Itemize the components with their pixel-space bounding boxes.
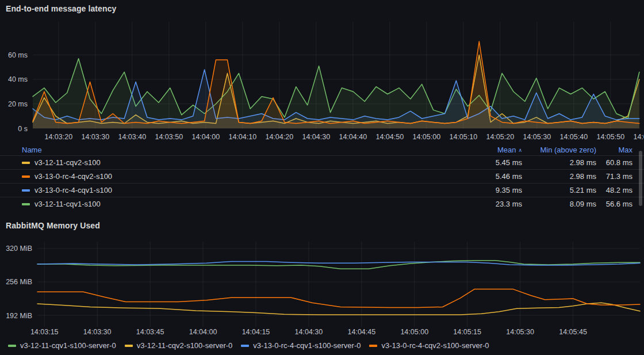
min-value: 2.98 ms (522, 172, 596, 181)
max-value: 71.3 ms (596, 172, 644, 181)
svg-text:14:05:40: 14:05:40 (559, 133, 588, 141)
series-name: v3-12-11-cqv2-s100 (34, 158, 101, 167)
mean-header-label: Mean (497, 146, 516, 154)
mean-value: 9.35 ms (442, 186, 522, 194)
memory-legend: v3-12-11-cqv1-s100-server-0 v3-12-11-cqv… (8, 341, 489, 350)
mean-value: 5.46 ms (442, 172, 522, 181)
max-value: 48.2 ms (596, 186, 644, 194)
svg-text:14:05:10: 14:05:10 (449, 133, 477, 141)
series-color-swatch (22, 189, 30, 192)
svg-text:20 ms: 20 ms (8, 100, 28, 108)
svg-text:14:03:45: 14:03:45 (136, 328, 164, 336)
svg-text:14:03:30: 14:03:30 (83, 328, 112, 336)
series-color-swatch (369, 345, 377, 347)
legend-item[interactable]: v3-13-0-rc-4-cqv1-s100-server-0 (241, 341, 361, 350)
column-header-mean[interactable]: Mean∧ (442, 146, 522, 154)
table-row[interactable]: v3-12-11-cqv2-s100 5.45 ms 2.98 ms 60.8 … (0, 155, 644, 169)
scrollbar-thumb[interactable] (639, 151, 642, 206)
svg-text:0 s: 0 s (18, 125, 28, 133)
svg-text:14:03:15: 14:03:15 (30, 328, 59, 336)
memory-panel-title[interactable]: RabbitMQ Memory Used (6, 221, 100, 230)
svg-text:14:04:30: 14:04:30 (302, 133, 330, 141)
svg-text:14:04:30: 14:04:30 (295, 328, 323, 336)
legend-label: v3-13-0-rc-4-cqv2-s100-server-0 (381, 341, 489, 350)
svg-text:14:05:00: 14:05:00 (400, 328, 428, 336)
svg-text:14:03:40: 14:03:40 (118, 133, 146, 141)
series-color-swatch (22, 162, 30, 164)
latency-chart[interactable]: 0 s20 ms40 ms60 ms14:03:2014:03:3014:03:… (0, 16, 644, 144)
column-header-min[interactable]: Min (above zero) (522, 146, 596, 154)
svg-text:40 ms: 40 ms (8, 75, 28, 83)
column-header-name[interactable]: Name (0, 146, 442, 154)
series-color-swatch (22, 203, 30, 205)
sort-ascending-icon: ∧ (518, 147, 522, 153)
svg-text:14:05:30: 14:05:30 (506, 328, 534, 336)
svg-text:14:04:00: 14:04:00 (189, 328, 217, 336)
legend-item[interactable]: v3-12-11-cqv2-s100-server-0 (125, 341, 233, 350)
mean-value: 5.45 ms (442, 158, 522, 167)
svg-text:14:04:00: 14:04:00 (191, 133, 220, 141)
svg-text:14:04:15: 14:04:15 (242, 328, 270, 336)
svg-text:14:05:20: 14:05:20 (486, 133, 514, 141)
min-value: 8.09 ms (522, 200, 596, 208)
svg-text:14:05:00: 14:05:00 (412, 133, 440, 141)
svg-text:256 MiB: 256 MiB (6, 278, 32, 286)
svg-text:14:05:50: 14:05:50 (596, 133, 624, 141)
min-value: 2.98 ms (522, 158, 596, 167)
legend-label: v3-13-0-rc-4-cqv1-s100-server-0 (253, 341, 361, 350)
min-value: 5.21 ms (522, 186, 596, 194)
svg-text:60 ms: 60 ms (8, 51, 28, 59)
table-row[interactable]: v3-12-11-cqv1-s100 23.3 ms 8.09 ms 56.6 … (0, 197, 644, 211)
svg-text:14:03:30: 14:03:30 (81, 133, 109, 141)
svg-text:320 MiB: 320 MiB (6, 245, 32, 253)
legend-item[interactable]: v3-12-11-cqv1-s100-server-0 (8, 341, 116, 350)
svg-text:14:06:00: 14:06:00 (633, 133, 644, 141)
svg-text:14:05:45: 14:05:45 (559, 328, 587, 336)
svg-text:14:04:45: 14:04:45 (348, 328, 376, 336)
series-color-swatch (22, 175, 30, 178)
latency-panel-title[interactable]: End-to-end message latency (6, 4, 116, 13)
svg-text:14:04:10: 14:04:10 (228, 133, 256, 141)
series-name: v3-13-0-rc-4-cqv2-s100 (34, 172, 112, 181)
latency-legend-table: Name Mean∧ Min (above zero) Max v3-12-11… (0, 144, 644, 211)
legend-item[interactable]: v3-13-0-rc-4-cqv2-s100-server-0 (369, 341, 489, 350)
svg-text:192 MiB: 192 MiB (6, 312, 32, 320)
series-color-swatch (8, 345, 16, 347)
svg-text:14:05:30: 14:05:30 (523, 133, 551, 141)
svg-text:14:03:50: 14:03:50 (155, 133, 183, 141)
series-name: v3-13-0-rc-4-cqv1-s100 (34, 186, 112, 194)
svg-text:14:03:20: 14:03:20 (44, 133, 72, 141)
table-row[interactable]: v3-13-0-rc-4-cqv1-s100 9.35 ms 5.21 ms 4… (0, 183, 644, 197)
series-color-swatch (125, 345, 133, 347)
svg-text:14:04:20: 14:04:20 (265, 133, 293, 141)
svg-text:14:05:15: 14:05:15 (453, 328, 481, 336)
legend-label: v3-12-11-cqv1-s100-server-0 (20, 341, 116, 350)
svg-text:14:04:50: 14:04:50 (375, 133, 404, 141)
series-name: v3-12-11-cqv1-s100 (34, 200, 101, 208)
series-color-swatch (241, 345, 249, 347)
memory-chart[interactable]: 192 MiB256 MiB320 MiB14:03:1514:03:3014:… (0, 233, 644, 339)
legend-label: v3-12-11-cqv2-s100-server-0 (137, 341, 233, 350)
max-value: 56.6 ms (596, 200, 644, 208)
max-value: 60.8 ms (596, 158, 644, 167)
legend-table-header: Name Mean∧ Min (above zero) Max (0, 144, 644, 155)
mean-value: 23.3 ms (442, 200, 522, 208)
svg-text:14:04:40: 14:04:40 (339, 133, 367, 141)
table-row[interactable]: v3-13-0-rc-4-cqv2-s100 5.46 ms 2.98 ms 7… (0, 169, 644, 183)
column-header-max[interactable]: Max (596, 146, 644, 154)
